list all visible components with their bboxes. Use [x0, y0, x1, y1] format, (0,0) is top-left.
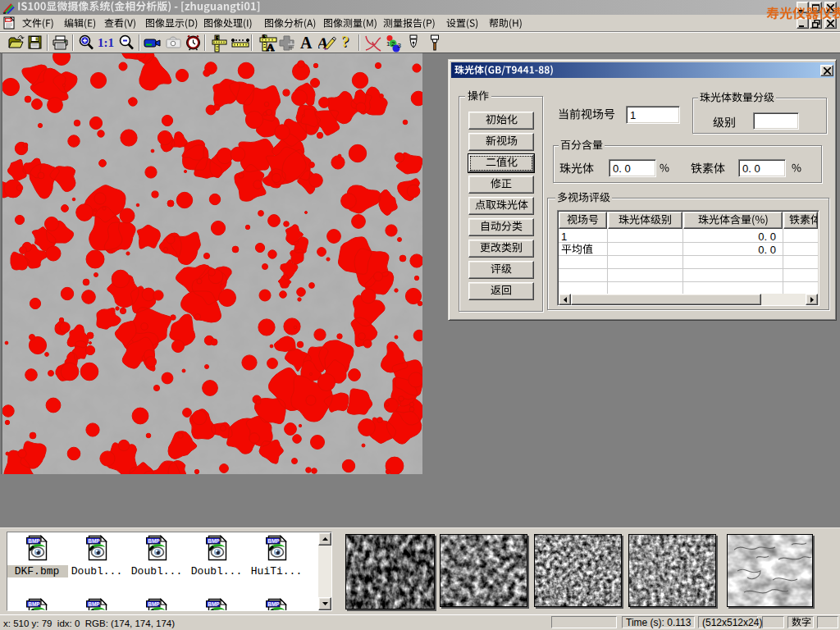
- svg-text:3: 3: [398, 42, 402, 49]
- svg-text:BMP: BMP: [148, 538, 160, 544]
- svg-text:DOC: DOC: [6, 19, 12, 22]
- svg-text:BMP: BMP: [88, 601, 100, 607]
- svg-text:A: A: [267, 41, 275, 52]
- svg-text:BMP: BMP: [267, 601, 280, 607]
- svg-text:2: 2: [391, 40, 395, 48]
- svg-text:BMP: BMP: [28, 538, 40, 544]
- svg-text:BMP: BMP: [88, 538, 100, 544]
- svg-text:1: 1: [386, 40, 390, 48]
- svg-text:BMP: BMP: [267, 538, 280, 544]
- svg-text:BMP: BMP: [208, 538, 220, 544]
- svg-text:BMP: BMP: [28, 601, 40, 607]
- svg-text:BMP: BMP: [148, 601, 160, 607]
- svg-text:BMP: BMP: [208, 601, 220, 607]
- svg-text:?: ?: [342, 34, 349, 50]
- svg-text:E: E: [263, 34, 266, 39]
- svg-text:A: A: [300, 34, 313, 51]
- svg-text:1:1: 1:1: [98, 36, 114, 49]
- svg-text:E: E: [216, 36, 218, 41]
